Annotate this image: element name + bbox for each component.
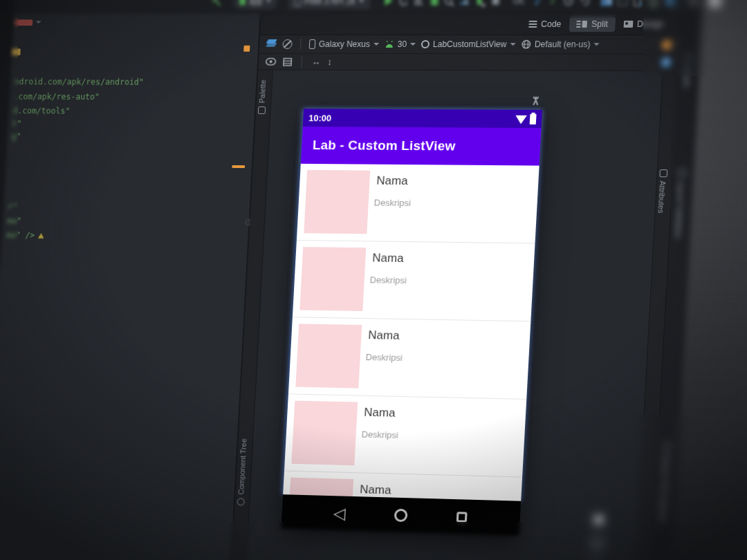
run-configuration-select[interactable]: app <box>233 0 278 9</box>
status-bar: 10:00 <box>303 109 542 128</box>
terminal-icon[interactable]: ›_ <box>614 0 631 9</box>
orientation-horizontal-icon[interactable]: ↔ <box>311 57 321 67</box>
device-selector-label: Pixel 3 API 28 <box>304 0 356 6</box>
no-design-tools-icon[interactable] <box>282 39 293 49</box>
image-placeholder <box>295 324 362 388</box>
list-item[interactable]: Nama Deskripsi <box>288 317 531 400</box>
list-view-icon[interactable] <box>283 57 292 66</box>
git-rollback-icon[interactable] <box>576 0 593 9</box>
app-bar: Lab - Custom ListView <box>301 127 542 165</box>
device-mirroring-icon[interactable] <box>661 0 678 9</box>
item-description: Deskripsi <box>365 352 403 363</box>
build-hammer-icon[interactable] <box>209 0 225 9</box>
stop-button[interactable] <box>488 0 504 9</box>
project-folder-icon[interactable] <box>599 0 616 9</box>
orientation-vertical-icon[interactable]: ↕ <box>327 57 332 67</box>
sync-project-icon[interactable] <box>472 0 488 9</box>
image-placeholder <box>304 170 370 234</box>
run-button[interactable] <box>381 0 397 9</box>
image-placeholder <box>291 401 358 466</box>
tab-palette[interactable]: Palette <box>257 80 267 114</box>
code-mode-icon <box>528 20 537 27</box>
palette-icon <box>257 106 265 114</box>
tab-device-file-explorer[interactable]: Device File Explorer <box>658 442 672 523</box>
virtual-device-label: Galaxy Nexus <box>319 39 371 49</box>
wifi-icon <box>515 115 527 124</box>
item-description: Deskripsi <box>374 198 411 209</box>
code-line: .com/apk/res-auto" <box>13 92 100 102</box>
git-history-icon[interactable] <box>561 0 578 9</box>
design-canvas[interactable]: Palette Component Tree Attributes <box>231 70 678 560</box>
design-surface-toolbar: Galaxy Nexus 30 LabCustomListView Defaul… <box>259 35 681 55</box>
code-line: d.com/tools" <box>12 106 71 115</box>
locale-label: Default (en-us) <box>534 39 590 49</box>
tab-code-label: Code <box>541 19 562 28</box>
editor-mode-tabs: Code Split Design <box>260 13 681 36</box>
device-icon <box>294 0 301 6</box>
attach-debugger-icon[interactable] <box>441 0 457 9</box>
run-tasks-icon[interactable] <box>411 0 427 9</box>
virtual-device-select[interactable]: Galaxy Nexus <box>309 39 379 49</box>
tab-design[interactable]: Design <box>616 16 672 31</box>
error-stripe-mark[interactable] <box>243 46 250 52</box>
api-level-select[interactable]: 30 <box>384 39 416 49</box>
back-icon <box>333 505 347 521</box>
status-time: 10:00 <box>308 113 332 123</box>
component-tree-icon <box>237 498 244 505</box>
chevron-down-icon <box>36 21 42 24</box>
theme-select[interactable]: LabCustomListView <box>421 39 516 49</box>
chevron-down-icon <box>358 0 364 3</box>
tab-gradle[interactable]: Gradle <box>682 54 692 88</box>
error-stripe-mark[interactable] <box>232 165 245 168</box>
git-commit-icon[interactable]: ✓ <box>545 0 562 9</box>
globe-icon <box>521 39 531 49</box>
list-item[interactable]: Nama Deskripsi <box>297 164 540 244</box>
layout-validation-icon <box>678 169 686 176</box>
help-badge[interactable]: ? <box>661 57 672 68</box>
chevron-down-icon <box>594 43 600 46</box>
item-title: Nama <box>364 406 396 420</box>
code-editor[interactable]: ndroid.com/apk/res/android" .com/apk/res… <box>0 13 260 560</box>
listview[interactable]: Nama Deskripsi Nama Deskripsi Nama Deskr… <box>283 164 539 501</box>
run-configuration-label: app <box>249 0 263 6</box>
yellow-marker <box>12 48 21 55</box>
main-toolbar: app Pixel 3 API 28 <box>14 0 704 14</box>
zoom-in-button[interactable]: + <box>587 534 607 553</box>
tab-attributes[interactable]: Attributes <box>656 169 667 214</box>
render-errors-badge[interactable]: ! <box>661 39 672 50</box>
design-pane: Code Split Design Galaxy Nexus 30 <box>231 13 681 560</box>
code-line: ew" /> <box>6 230 44 240</box>
code-line-text: ew" /> <box>6 230 35 240</box>
list-item[interactable]: Nama Deskripsi <box>284 394 526 477</box>
fit-screen-icon <box>594 515 603 523</box>
tab-layout-validation[interactable]: Layout Validation <box>674 169 686 239</box>
debug-icon[interactable] <box>426 0 442 9</box>
code-line: ndroid.com/apk/res/android" <box>14 77 144 86</box>
chevron-down-icon <box>374 43 379 46</box>
app-bar-title: Lab - Custom ListView <box>312 138 456 153</box>
chevron-down-icon <box>510 43 515 46</box>
zoom-out-button[interactable]: − <box>586 557 606 560</box>
layers-icon[interactable] <box>266 39 277 49</box>
phone-preview[interactable]: 10:00 Lab - Custom ListView Nama <box>281 109 542 536</box>
list-item[interactable]: Nama Deskripsi <box>293 241 535 321</box>
device-selector[interactable]: Pixel 3 API 28 <box>288 0 370 9</box>
apply-changes-icon[interactable] <box>396 0 412 9</box>
image-placeholder <box>299 247 366 311</box>
attributes-icon <box>659 169 667 177</box>
tab-split[interactable]: Split <box>569 16 616 31</box>
view-options-icon[interactable] <box>265 58 276 66</box>
profile-icon[interactable] <box>707 0 723 8</box>
device-manager-icon[interactable] <box>630 0 647 9</box>
zoom-to-fit-button[interactable] <box>589 510 609 530</box>
search-everywhere-icon[interactable] <box>685 0 702 8</box>
locale-select[interactable]: Default (en-us) <box>521 39 600 49</box>
git-update-icon[interactable]: ↙ <box>530 0 546 9</box>
tab-code[interactable]: Code <box>521 16 569 31</box>
profiler-icon[interactable] <box>457 0 473 9</box>
render-config-wrench-icon[interactable] <box>530 95 542 106</box>
device-file-explorer-icon <box>663 442 671 450</box>
running-devices-icon[interactable] <box>645 0 662 9</box>
theme-icon <box>421 40 430 48</box>
tab-component-tree[interactable]: Component Tree <box>237 438 248 505</box>
